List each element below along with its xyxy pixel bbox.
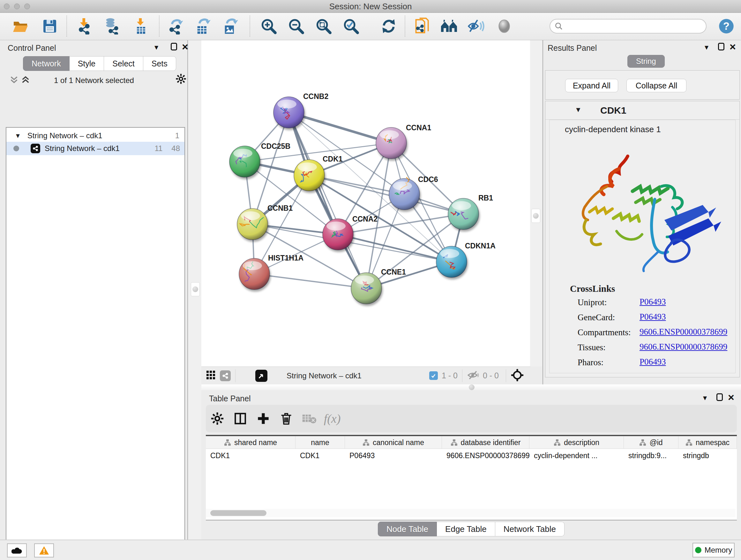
- expand-all-button[interactable]: Expand All: [565, 79, 618, 92]
- help-button[interactable]: ?: [718, 16, 735, 36]
- string-home-button[interactable]: [441, 16, 458, 36]
- birds-eye-view-icon[interactable]: [255, 370, 267, 382]
- tab-node-table[interactable]: Node Table: [378, 522, 437, 537]
- table-panel-float-icon[interactable]: [717, 393, 723, 402]
- scrollbar-thumb[interactable]: [210, 510, 266, 516]
- app-window: Session: New Session: [0, 0, 741, 560]
- selected-items-checkbox[interactable]: [429, 371, 438, 380]
- tab-string[interactable]: String: [627, 55, 665, 68]
- network-node-CDC25B[interactable]: CDC25B: [229, 142, 290, 177]
- save-session-button[interactable]: [41, 16, 59, 36]
- network-view-icon[interactable]: [220, 370, 231, 381]
- tab-style[interactable]: Style: [70, 56, 105, 71]
- zoom-in-button[interactable]: [260, 16, 278, 36]
- add-column-icon[interactable]: [252, 412, 275, 425]
- delete-column-icon[interactable]: [275, 412, 298, 425]
- network-collection-row[interactable]: ▼ String Network – cdk1 1: [6, 130, 185, 142]
- table-cell[interactable]: 9606.ENSP00000378699: [442, 449, 529, 462]
- table-cell[interactable]: stringdb:9...: [624, 449, 678, 462]
- network-graph[interactable]: CCNB2CCNA1CDC25BCDK1CDC6RB1CCNB1CCNA2CDK…: [201, 40, 530, 367]
- horizontal-splitter-handle[interactable]: [469, 384, 475, 390]
- table-cell[interactable]: cyclin-dependent ...: [529, 449, 624, 462]
- tab-network-table[interactable]: Network Table: [495, 522, 564, 537]
- import-table-from-file-button[interactable]: [132, 16, 150, 36]
- zoom-selected-button[interactable]: [342, 16, 360, 36]
- network-options-gear-icon[interactable]: [176, 73, 186, 85]
- control-panel-menu-icon[interactable]: ▾: [154, 43, 158, 52]
- enhanced-graphics-toggle-button[interactable]: [468, 16, 486, 36]
- export-network-button[interactable]: [167, 16, 185, 36]
- protein-section-header[interactable]: ▼ CDK1: [545, 101, 739, 120]
- network-tree: ▼ String Network – cdk1 1 String Network…: [6, 127, 185, 560]
- export-image-button[interactable]: [221, 16, 239, 36]
- results-panel-menu-icon[interactable]: ▾: [704, 43, 709, 52]
- right-splitter-handle[interactable]: [531, 209, 540, 223]
- table-horizontal-scrollbar[interactable]: [206, 509, 736, 517]
- column-header-database-identifier[interactable]: database identifier: [442, 436, 529, 449]
- results-panel-float-icon[interactable]: [718, 43, 724, 52]
- right-splitter[interactable]: [530, 40, 542, 367]
- crosslink-value[interactable]: 9606.ENSP00000378699: [639, 342, 727, 352]
- network-node-CDC6[interactable]: CDC6: [389, 175, 438, 210]
- table-cell[interactable]: stringdb: [678, 449, 737, 462]
- network-canvas[interactable]: CCNB2CCNA1CDC25BCDK1CDC6RB1CCNB1CCNA2CDK…: [201, 40, 530, 367]
- collection-expand-caret[interactable]: ▼: [15, 132, 21, 139]
- table-cell[interactable]: P06493: [345, 449, 442, 462]
- section-collapse-caret[interactable]: ▼: [575, 106, 582, 114]
- table-cell[interactable]: CDK1: [206, 449, 295, 462]
- grid-view-icon[interactable]: [206, 370, 216, 381]
- collapse-all-button[interactable]: Collapse All: [626, 79, 686, 92]
- tab-network[interactable]: Network: [23, 56, 70, 71]
- control-panel-close-icon[interactable]: ×: [182, 43, 188, 51]
- network-node-CCNB1[interactable]: CCNB1: [237, 204, 293, 240]
- crosslink-value[interactable]: P06493: [639, 297, 666, 307]
- column-header-namespac[interactable]: namespac: [678, 436, 737, 449]
- clone-network-button[interactable]: [414, 16, 432, 36]
- fit-crosshair-icon[interactable]: [511, 368, 524, 383]
- network-node-HIST1H1A[interactable]: HIST1H1A: [239, 254, 304, 290]
- memory-button[interactable]: Memory: [692, 543, 735, 557]
- results-panel-close-icon[interactable]: ×: [730, 43, 736, 51]
- network-node-CDK1[interactable]: CDK1: [294, 155, 343, 191]
- network-edge[interactable]: [289, 112, 391, 143]
- network-node-RB1[interactable]: RB1: [448, 194, 493, 230]
- column-header-canonical-name[interactable]: canonical name: [345, 436, 442, 449]
- table-cell[interactable]: CDK1: [295, 449, 345, 462]
- crosslink-value[interactable]: 9606.ENSP00000378699: [639, 327, 727, 337]
- column-header-description[interactable]: description: [529, 436, 624, 449]
- import-network-from-database-button[interactable]: [103, 16, 121, 36]
- horizontal-splitter[interactable]: [201, 384, 741, 390]
- crosslink-value[interactable]: P06493: [639, 357, 666, 367]
- left-splitter-handle[interactable]: [191, 282, 200, 296]
- column-header-name[interactable]: name: [295, 436, 345, 449]
- table-settings-gear-icon[interactable]: [206, 412, 229, 425]
- tab-select[interactable]: Select: [104, 56, 143, 71]
- import-network-from-file-button[interactable]: [76, 16, 94, 36]
- open-session-button[interactable]: [11, 16, 29, 36]
- tab-sets[interactable]: Sets: [143, 56, 176, 71]
- left-splitter[interactable]: [189, 40, 201, 540]
- control-panel-float-icon[interactable]: [171, 43, 177, 52]
- zoom-fit-button[interactable]: [315, 16, 333, 36]
- level-of-detail-button[interactable]: [495, 16, 513, 36]
- column-header--id[interactable]: @id: [624, 436, 678, 449]
- hidden-items-eye-icon[interactable]: [467, 370, 480, 381]
- search-input[interactable]: [563, 21, 700, 31]
- cloud-button[interactable]: [7, 543, 27, 557]
- network-node-CCNA2[interactable]: CCNA2: [323, 215, 378, 250]
- zoom-out-button[interactable]: [287, 16, 305, 36]
- node-label: CDC6: [418, 175, 438, 184]
- apply-layout-button[interactable]: [380, 16, 398, 36]
- crosslink-value[interactable]: P06493: [639, 312, 666, 322]
- tab-edge-table[interactable]: Edge Table: [437, 522, 495, 537]
- network-edge[interactable]: [254, 274, 366, 288]
- export-table-button[interactable]: [194, 16, 212, 36]
- network-node-CDKN1A[interactable]: CDKN1A: [436, 242, 495, 277]
- table-panel-close-icon[interactable]: ×: [728, 393, 734, 401]
- network-node-CCNA1[interactable]: CCNA1: [376, 124, 431, 159]
- column-header-shared-name[interactable]: shared name: [206, 436, 295, 449]
- warnings-button[interactable]: [34, 543, 54, 557]
- table-panel-menu-icon[interactable]: ▾: [703, 393, 707, 402]
- show-columns-icon[interactable]: [229, 412, 252, 425]
- network-row[interactable]: String Network – cdk1 11 48: [6, 142, 185, 155]
